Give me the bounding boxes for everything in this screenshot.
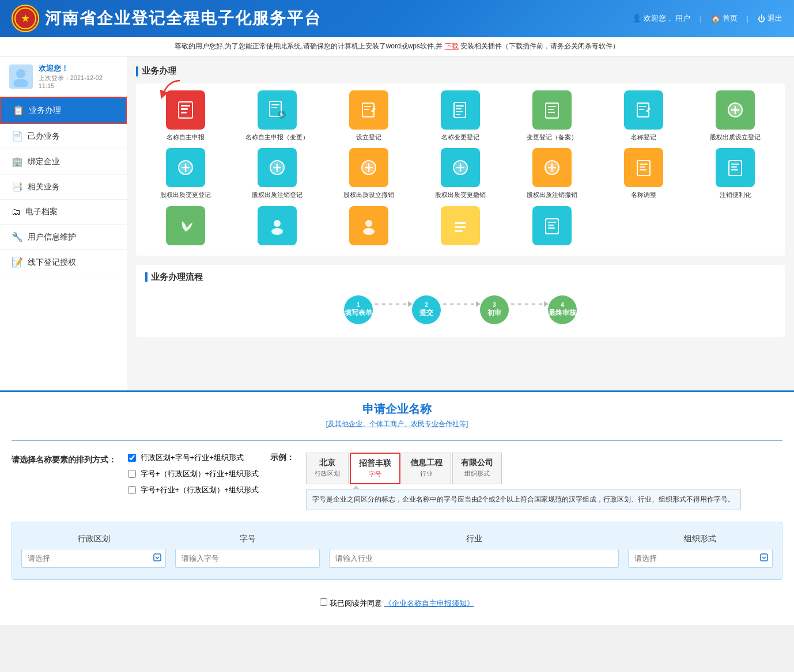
logout-nav-item[interactable]: ⏻ 退出 xyxy=(758,13,782,24)
svg-rect-16 xyxy=(364,109,369,110)
icon-item-name-adjustment[interactable]: 名称调整 xyxy=(602,148,686,199)
icon-item-yellow-icon1[interactable] xyxy=(418,206,502,249)
icon-item-name-register[interactable]: 名称登记 xyxy=(602,90,686,141)
icon-item-equity-pledge-register[interactable]: 股权出质设立登记 xyxy=(693,90,778,141)
main-layout: 欢迎您！ 上次登录：2021-12-02 11:15 📋业务办理📄己办业务🏢绑定… xyxy=(0,56,794,390)
svg-rect-42 xyxy=(731,169,738,170)
agreement-text: 我已阅读并同意 xyxy=(330,599,382,608)
icon-item-equity-pledge-cancel[interactable]: 股权出质注销登记 xyxy=(235,148,319,199)
sidebar-item-bind-enterprise[interactable]: 🏢绑定企业 xyxy=(0,149,127,174)
icon-item-blue-icon1[interactable] xyxy=(510,206,595,249)
icon-label-setup-register: 设立登记 xyxy=(356,133,381,141)
form-input-admin-region[interactable] xyxy=(21,549,166,568)
flow-section-title: 业务办理流程 xyxy=(151,272,203,283)
agreement-link[interactable]: 《企业名称自主申报须知》 xyxy=(384,599,474,608)
svg-rect-15 xyxy=(364,106,371,107)
form-columns: 行政区划字号行业组织形式 xyxy=(21,534,773,568)
svg-rect-19 xyxy=(456,108,462,109)
business-section-title: 业务办理 xyxy=(142,66,176,77)
icon-item-equity-pledge-change[interactable]: 股权出质变更登记 xyxy=(143,148,228,199)
icon-item-equity-pledge-cancel-cancel[interactable]: 股权出质注销撤销 xyxy=(510,148,595,199)
svg-rect-20 xyxy=(456,111,463,112)
flow-step-4: 4最终审核 xyxy=(548,295,577,324)
icon-item-name-self-change[interactable]: ✎名称自主申报（变更） xyxy=(235,90,319,141)
content-area: 业务办理 名称自主申报✎名称自主申报（变更）设立登记名称变更登记变更登记（备案）… xyxy=(127,56,794,390)
icon-box-name-change-register xyxy=(441,90,480,130)
icon-item-green-icon1[interactable] xyxy=(143,206,228,249)
bottom-section: 申请企业名称 [及其他企业、个体工商户、农民专业合作社等] 请选择名称要素的排列… xyxy=(0,390,794,625)
icon-box-equity-pledge-cancel-cancel xyxy=(532,148,572,187)
sidebar-item-related-business[interactable]: 📑相关业务 xyxy=(0,174,127,200)
icon-label-name-change-register: 名称变更登记 xyxy=(441,133,479,141)
menu-label-electronic-archive: 电子档案 xyxy=(25,207,58,217)
svg-rect-17 xyxy=(454,102,466,117)
icon-item-name-change-register[interactable]: 名称变更登记 xyxy=(418,90,502,141)
step-name: 初审 xyxy=(487,308,501,318)
form-input-wrapper-name-num xyxy=(175,549,320,568)
example-tooltip: 字号是企业之间区分的标志，企业名称中的字号应当由2个或2个以上符合国家规范的汉字… xyxy=(306,489,741,510)
svg-point-46 xyxy=(363,228,375,235)
sidebar-item-my-business[interactable]: 📄己办业务 xyxy=(0,124,127,149)
notice-text1: 尊敬的用户您好,为了您能正常使用此系统,请确保您的计算机上安装了word或wps… xyxy=(175,42,443,50)
format-option-fmt2[interactable]: 字号+（行政区划）+行业+组织形式 xyxy=(128,469,259,479)
icon-box-name-adjustment xyxy=(624,148,663,187)
sidebar-item-electronic-archive[interactable]: 🗂电子档案 xyxy=(0,200,127,225)
sidebar-welcome: 欢迎您！ xyxy=(39,63,118,74)
menu-icon-related-business: 📑 xyxy=(12,181,23,192)
download-link[interactable]: 下载 xyxy=(445,42,459,50)
form-input-name-num[interactable] xyxy=(175,549,320,568)
select-icon-org-form xyxy=(760,553,768,563)
menu-icon-bind-enterprise: 🏢 xyxy=(12,156,23,167)
header-welcome: 👤 欢迎您， 用户 xyxy=(632,13,690,24)
icon-item-setup-register[interactable]: 设立登记 xyxy=(326,90,411,141)
icon-label-name-register: 名称登记 xyxy=(631,133,656,141)
apply-subtitle-link[interactable]: [及其他企业、个体工商户、农民专业合作社等] xyxy=(326,420,468,428)
flow-circle-2: 2提交 xyxy=(412,295,441,324)
format-checkbox-fmt3[interactable] xyxy=(128,486,136,494)
icon-box-green-icon1 xyxy=(166,206,205,245)
example-boxes-container: 北京行政区划招普丰联字号信息工程行业有限公司组织形式 字号是企业之间区分的标志，… xyxy=(306,453,741,510)
icon-label-equity-pledge-register: 股权出质设立登记 xyxy=(710,133,761,141)
svg-rect-39 xyxy=(729,161,742,176)
agreement-row: 我已阅读并同意 《企业名称自主申报须知》 xyxy=(12,591,782,616)
example-box-main: 信息工程 xyxy=(410,458,443,468)
icon-item-equity-pledge-change-cancel[interactable]: 股权出质变更撤销 xyxy=(418,148,502,199)
emblem-icon: ★ xyxy=(12,5,39,32)
icon-label-name-self-change: 名称自主申报（变更） xyxy=(245,133,309,141)
icon-item-cyan-icon1[interactable] xyxy=(235,206,319,249)
sidebar-item-offline-auth[interactable]: 📝线下登记授权 xyxy=(0,250,127,275)
sidebar-item-user-maintenance[interactable]: 🔧用户信息维护 xyxy=(0,225,127,250)
icon-item-cancel-convenience[interactable]: 注销便利化 xyxy=(693,148,778,199)
icon-label-cancel-convenience: 注销便利化 xyxy=(720,191,751,199)
sidebar: 欢迎您！ 上次登录：2021-12-02 11:15 📋业务办理📄己办业务🏢绑定… xyxy=(0,56,127,390)
svg-rect-8 xyxy=(181,112,187,113)
example-label: 示例： xyxy=(270,453,294,463)
menu-label-offline-auth: 线下登记授权 xyxy=(28,257,76,268)
nav-divider1: | xyxy=(700,14,701,23)
icon-item-change-register-backup[interactable]: 变更登记（备案） xyxy=(510,90,595,141)
sidebar-user-info: 欢迎您！ 上次登录：2021-12-02 11:15 xyxy=(39,63,118,89)
format-checkbox-fmt1[interactable] xyxy=(128,454,136,462)
form-row-section: 行政区划字号行业组织形式 xyxy=(12,522,782,580)
example-boxes: 北京行政区划招普丰联字号信息工程行业有限公司组织形式 xyxy=(306,453,741,484)
format-option-fmt1[interactable]: 行政区划+字号+行业+组织形式 xyxy=(128,453,259,463)
svg-rect-7 xyxy=(181,108,188,110)
step-num: 1 xyxy=(357,302,360,308)
icon-item-equity-pledge-setup-cancel[interactable]: 股权出质设立撤销 xyxy=(326,148,411,199)
sidebar-menu: 📋业务办理📄己办业务🏢绑定企业📑相关业务🗂电子档案🔧用户信息维护📝线下登记授权 xyxy=(0,97,127,275)
format-checkbox-fmt2[interactable] xyxy=(128,470,136,478)
form-label-admin-region: 行政区划 xyxy=(21,534,166,544)
form-input-industry[interactable] xyxy=(329,549,618,568)
svg-rect-48 xyxy=(455,226,466,228)
example-box-sub: 行业 xyxy=(410,469,443,478)
flow-section: 业务办理流程 1填写表单2提交3初审4最终审核 xyxy=(136,265,785,337)
bottom-divider xyxy=(12,441,782,441)
home-nav-item[interactable]: 🏠 首页 xyxy=(711,13,738,24)
icon-item-orange-icon1[interactable] xyxy=(326,206,411,249)
sidebar-item-business[interactable]: 📋业务办理 xyxy=(0,97,127,124)
form-input-org-form[interactable] xyxy=(628,549,773,568)
format-option-fmt3[interactable]: 字号+行业+（行政区划）+组织形式 xyxy=(128,485,259,495)
agreement-checkbox[interactable] xyxy=(320,598,327,606)
menu-label-user-maintenance: 用户信息维护 xyxy=(28,232,76,242)
example-box-main: 招普丰联 xyxy=(359,458,391,469)
